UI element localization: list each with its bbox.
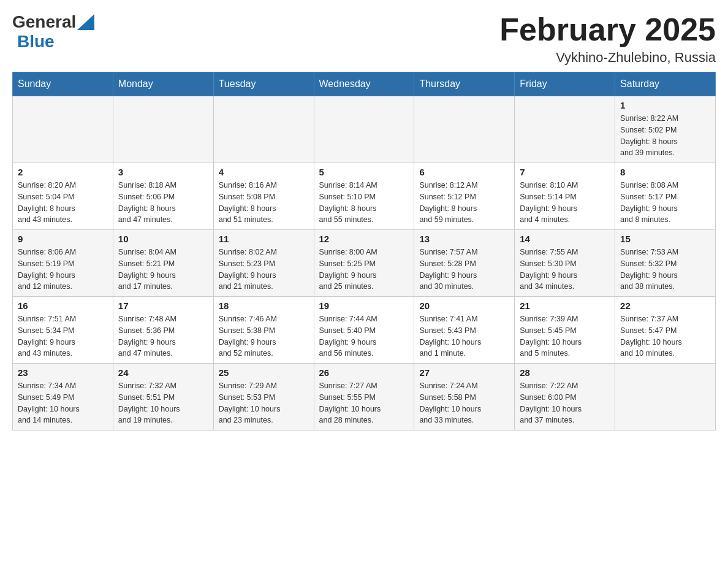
calendar-day-2: 2Sunrise: 8:20 AMSunset: 5:04 PMDaylight… [13,163,113,230]
weekday-header-thursday: Thursday [414,72,515,96]
calendar-empty-cell [615,364,716,431]
calendar-day-8: 8Sunrise: 8:08 AMSunset: 5:17 PMDaylight… [615,163,716,230]
day-number: 16 [18,301,108,311]
day-number: 6 [419,167,509,177]
day-number: 25 [219,367,309,378]
day-number: 14 [520,234,610,244]
day-number: 18 [219,301,309,311]
day-info: Sunrise: 7:24 AMSunset: 5:58 PMDaylight:… [419,380,509,426]
calendar-day-1: 1Sunrise: 8:22 AMSunset: 5:02 PMDaylight… [615,96,716,163]
day-info: Sunrise: 8:10 AMSunset: 5:14 PMDaylight:… [520,180,610,226]
calendar-week-row: 23Sunrise: 7:34 AMSunset: 5:49 PMDayligh… [13,364,716,431]
calendar-day-11: 11Sunrise: 8:02 AMSunset: 5:23 PMDayligh… [213,230,314,297]
calendar-week-row: 1Sunrise: 8:22 AMSunset: 5:02 PMDaylight… [13,96,716,163]
calendar-day-9: 9Sunrise: 8:06 AMSunset: 5:19 PMDaylight… [13,230,113,297]
day-number: 28 [520,367,610,378]
calendar-day-5: 5Sunrise: 8:14 AMSunset: 5:10 PMDaylight… [314,163,414,230]
day-info: Sunrise: 7:57 AMSunset: 5:28 PMDaylight:… [419,247,509,293]
calendar-day-22: 22Sunrise: 7:37 AMSunset: 5:47 PMDayligh… [615,297,716,364]
day-number: 17 [118,301,208,311]
calendar-empty-cell [314,96,414,163]
day-info: Sunrise: 8:14 AMSunset: 5:10 PMDaylight:… [319,180,409,226]
day-number: 2 [18,167,108,177]
day-info: Sunrise: 7:55 AMSunset: 5:30 PMDaylight:… [520,247,610,293]
day-info: Sunrise: 8:18 AMSunset: 5:06 PMDaylight:… [118,180,208,226]
calendar-day-20: 20Sunrise: 7:41 AMSunset: 5:43 PMDayligh… [414,297,515,364]
day-info: Sunrise: 7:29 AMSunset: 5:53 PMDaylight:… [219,380,309,426]
day-number: 1 [620,100,710,110]
day-number: 5 [319,167,409,177]
day-info: Sunrise: 7:51 AMSunset: 5:34 PMDaylight:… [18,313,108,359]
day-info: Sunrise: 8:22 AMSunset: 5:02 PMDaylight:… [620,113,710,159]
weekday-header-friday: Friday [515,72,615,96]
day-number: 22 [620,301,710,311]
calendar-table: SundayMondayTuesdayWednesdayThursdayFrid… [12,72,716,431]
day-number: 20 [419,301,509,311]
day-info: Sunrise: 7:53 AMSunset: 5:32 PMDaylight:… [620,247,710,293]
day-info: Sunrise: 7:32 AMSunset: 5:51 PMDaylight:… [118,380,208,426]
logo-triangle-icon [77,14,94,30]
day-info: Sunrise: 8:00 AMSunset: 5:25 PMDaylight:… [319,247,409,293]
day-info: Sunrise: 7:37 AMSunset: 5:47 PMDaylight:… [620,313,710,359]
day-number: 11 [219,234,309,244]
calendar-day-18: 18Sunrise: 7:46 AMSunset: 5:38 PMDayligh… [213,297,314,364]
calendar-day-16: 16Sunrise: 7:51 AMSunset: 5:34 PMDayligh… [13,297,113,364]
calendar-day-25: 25Sunrise: 7:29 AMSunset: 5:53 PMDayligh… [213,364,314,431]
day-number: 24 [118,367,208,378]
day-number: 19 [319,301,409,311]
logo-blue-text: Blue [17,32,55,51]
calendar-day-23: 23Sunrise: 7:34 AMSunset: 5:49 PMDayligh… [13,364,113,431]
calendar-day-7: 7Sunrise: 8:10 AMSunset: 5:14 PMDaylight… [515,163,615,230]
day-number: 4 [219,167,309,177]
calendar-day-27: 27Sunrise: 7:24 AMSunset: 5:58 PMDayligh… [414,364,515,431]
calendar-week-row: 16Sunrise: 7:51 AMSunset: 5:34 PMDayligh… [13,297,716,364]
calendar-subtitle: Vykhino-Zhulebino, Russia [499,50,716,66]
weekday-header-tuesday: Tuesday [213,72,314,96]
day-number: 26 [319,367,409,378]
day-number: 23 [18,367,108,378]
day-info: Sunrise: 8:12 AMSunset: 5:12 PMDaylight:… [419,180,509,226]
day-number: 12 [319,234,409,244]
day-info: Sunrise: 7:44 AMSunset: 5:40 PMDaylight:… [319,313,409,359]
calendar-day-26: 26Sunrise: 7:27 AMSunset: 5:55 PMDayligh… [314,364,414,431]
calendar-day-28: 28Sunrise: 7:22 AMSunset: 6:00 PMDayligh… [515,364,615,431]
calendar-empty-cell [414,96,515,163]
day-info: Sunrise: 7:27 AMSunset: 5:55 PMDaylight:… [319,380,409,426]
calendar-day-24: 24Sunrise: 7:32 AMSunset: 5:51 PMDayligh… [113,364,213,431]
day-info: Sunrise: 8:06 AMSunset: 5:19 PMDaylight:… [18,247,108,293]
calendar-empty-cell [13,96,113,163]
day-info: Sunrise: 7:22 AMSunset: 6:00 PMDaylight:… [520,380,610,426]
svg-marker-0 [77,14,94,30]
title-section: February 2025 Vykhino-Zhulebino, Russia [499,12,716,66]
day-info: Sunrise: 8:20 AMSunset: 5:04 PMDaylight:… [18,180,108,226]
calendar-empty-cell [515,96,615,163]
calendar-day-12: 12Sunrise: 8:00 AMSunset: 5:25 PMDayligh… [314,230,414,297]
weekday-header-wednesday: Wednesday [314,72,414,96]
day-info: Sunrise: 7:41 AMSunset: 5:43 PMDaylight:… [419,313,509,359]
calendar-day-13: 13Sunrise: 7:57 AMSunset: 5:28 PMDayligh… [414,230,515,297]
calendar-empty-cell [113,96,213,163]
calendar-day-15: 15Sunrise: 7:53 AMSunset: 5:32 PMDayligh… [615,230,716,297]
weekday-header-monday: Monday [113,72,213,96]
day-number: 3 [118,167,208,177]
day-info: Sunrise: 7:46 AMSunset: 5:38 PMDaylight:… [219,313,309,359]
calendar-day-6: 6Sunrise: 8:12 AMSunset: 5:12 PMDaylight… [414,163,515,230]
day-number: 21 [520,301,610,311]
day-info: Sunrise: 8:04 AMSunset: 5:21 PMDaylight:… [118,247,208,293]
calendar-day-19: 19Sunrise: 7:44 AMSunset: 5:40 PMDayligh… [314,297,414,364]
day-number: 13 [419,234,509,244]
calendar-day-14: 14Sunrise: 7:55 AMSunset: 5:30 PMDayligh… [515,230,615,297]
day-number: 15 [620,234,710,244]
weekday-header-sunday: Sunday [13,72,113,96]
calendar-day-10: 10Sunrise: 8:04 AMSunset: 5:21 PMDayligh… [113,230,213,297]
calendar-day-17: 17Sunrise: 7:48 AMSunset: 5:36 PMDayligh… [113,297,213,364]
day-number: 27 [419,367,509,378]
day-info: Sunrise: 7:39 AMSunset: 5:45 PMDaylight:… [520,313,610,359]
logo: General Blue [12,12,96,52]
day-number: 10 [118,234,208,244]
weekday-header-row: SundayMondayTuesdayWednesdayThursdayFrid… [13,72,716,96]
day-info: Sunrise: 7:34 AMSunset: 5:49 PMDaylight:… [18,380,108,426]
day-info: Sunrise: 8:16 AMSunset: 5:08 PMDaylight:… [219,180,309,226]
weekday-header-saturday: Saturday [615,72,716,96]
calendar-title: February 2025 [499,12,716,47]
